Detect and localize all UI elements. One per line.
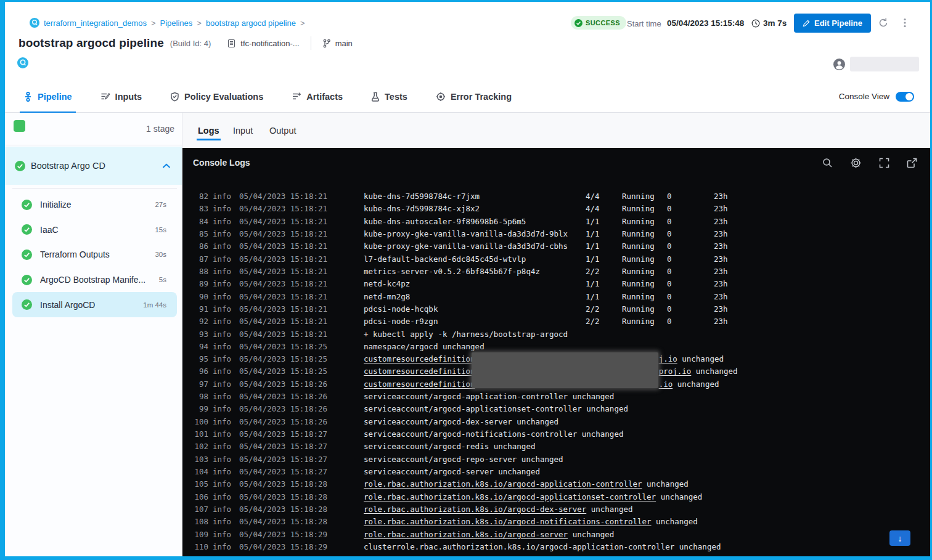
- stage-panel: 1 stage Bootstrap Argo CD Initialize 27s…: [5, 113, 182, 556]
- log-line: 102info05/04/2023 15:18:27serviceaccount…: [182, 440, 930, 453]
- success-check-icon: [22, 299, 32, 310]
- error-tracking-icon: [436, 92, 446, 102]
- branch-meta[interactable]: main: [322, 39, 353, 48]
- tab-tests[interactable]: Tests: [370, 81, 409, 112]
- stage-status-square: [14, 120, 25, 132]
- divider: [311, 36, 311, 50]
- step-duration: 15s: [155, 226, 166, 233]
- title-row: bootstrap argocd pipeline (Build Id: 4) …: [18, 36, 353, 50]
- step-duration: 30s: [155, 251, 166, 258]
- shield-check-icon: [170, 92, 179, 102]
- log-line: 92info05/04/2023 15:18:212/2Running023hp…: [182, 315, 930, 328]
- inputs-icon: [100, 92, 110, 101]
- step-argocd-bootstrap-manifest[interactable]: ArgoCD Bootstrap Manife... 5s: [12, 267, 177, 293]
- log-line: 87info05/04/2023 15:18:211/1Running023hl…: [182, 253, 930, 266]
- ci-module-icon[interactable]: [17, 57, 28, 68]
- step-install-argocd[interactable]: Install ArgoCD 1m 44s: [12, 292, 177, 317]
- log-line: 99info05/04/2023 15:18:26serviceaccount/…: [182, 403, 930, 415]
- tab-logs[interactable]: Logs: [198, 126, 219, 136]
- log-line: 105info05/04/2023 15:18:28role.rbac.auth…: [182, 478, 930, 490]
- repo-meta[interactable]: tfc-notification-...: [227, 39, 299, 48]
- breadcrumb: terraform_integration_demos > Pipelines …: [30, 18, 305, 28]
- branch-name: main: [335, 39, 353, 48]
- console-logs-panel: Console Logs 82info05/04/2023 15:18:214/…: [182, 148, 930, 556]
- user-avatar-icon[interactable]: [833, 59, 845, 70]
- console-view-label: Console View: [839, 92, 889, 101]
- pencil-icon: [803, 20, 810, 27]
- username-redacted: [850, 57, 919, 71]
- breadcrumb-separator: >: [151, 18, 156, 28]
- logs-tab-strip: Logs Input Output: [182, 113, 930, 148]
- app-window: terraform_integration_demos > Pipelines …: [0, 0, 932, 560]
- pipeline-icon: [23, 92, 33, 102]
- log-line: 83info05/04/2023 15:18:214/4Running023hk…: [182, 203, 930, 215]
- log-line: 110info05/04/2023 15:18:29clusterrole.rb…: [182, 541, 930, 553]
- log-line: 85info05/04/2023 15:18:211/1Running023hk…: [182, 228, 930, 240]
- log-line: 82info05/04/2023 15:18:214/4Running023hk…: [182, 190, 930, 203]
- stage-count: 1 stage: [146, 124, 174, 134]
- log-line: 103info05/04/2023 15:18:27serviceaccount…: [182, 453, 930, 466]
- success-check-icon: [22, 250, 32, 260]
- tab-pipeline[interactable]: Pipeline: [22, 81, 73, 112]
- step-duration: 27s: [155, 201, 166, 208]
- breadcrumb-pipeline[interactable]: bootstrap argocd pipeline: [206, 18, 296, 28]
- log-line: 104info05/04/2023 15:18:27serviceaccount…: [182, 466, 930, 478]
- user-area: [833, 57, 919, 71]
- log-line: 93info05/04/2023 15:18:21+ kubectl apply…: [182, 328, 930, 341]
- git-branch-icon: [322, 39, 331, 48]
- status-badge: SUCCESS: [571, 16, 626, 30]
- tab-policy-evaluations[interactable]: Policy Evaluations: [169, 81, 264, 112]
- success-check-icon: [574, 19, 582, 27]
- success-check-icon: [22, 275, 32, 285]
- log-line: 94info05/04/2023 15:18:25namespace/argoc…: [182, 341, 930, 353]
- tab-output[interactable]: Output: [269, 126, 296, 136]
- success-check-icon: [15, 161, 25, 171]
- more-options-icon: [900, 17, 910, 28]
- stage-name: Bootstrap Argo CD: [31, 161, 105, 171]
- clock-icon: [751, 19, 760, 28]
- log-line: 89info05/04/2023 15:18:211/1Running023hn…: [182, 278, 930, 290]
- step-duration: 5s: [159, 276, 166, 283]
- log-line: 107info05/04/2023 15:18:28role.rbac.auth…: [182, 503, 930, 516]
- repo-name: tfc-notification-...: [240, 39, 299, 48]
- step-duration: 1m 44s: [143, 301, 166, 309]
- start-time-label: Start time: [627, 19, 661, 28]
- log-line: 98info05/04/2023 15:18:26serviceaccount/…: [182, 391, 930, 403]
- refresh-button[interactable]: [877, 16, 890, 30]
- flask-icon: [371, 92, 380, 102]
- stage-header: 1 stage: [5, 113, 182, 145]
- more-options-button[interactable]: [899, 16, 911, 30]
- step-iaac[interactable]: IaaC 15s: [12, 217, 177, 243]
- build-id: (Build Id: 4): [170, 39, 211, 48]
- success-check-icon: [22, 224, 32, 235]
- tab-inputs[interactable]: Inputs: [99, 81, 144, 112]
- step-initialize[interactable]: Initialize 27s: [12, 192, 177, 217]
- log-line: 109info05/04/2023 15:18:29role.rbac.auth…: [182, 529, 930, 541]
- tab-input[interactable]: Input: [233, 126, 253, 136]
- breadcrumb-separator: >: [300, 18, 305, 28]
- repository-icon: [227, 39, 236, 48]
- breadcrumb-pipelines[interactable]: Pipelines: [160, 18, 193, 28]
- divider: [12, 188, 177, 189]
- edit-pipeline-button[interactable]: Edit Pipeline: [794, 14, 871, 33]
- scroll-to-bottom-button[interactable]: ↓: [889, 530, 910, 546]
- artifacts-icon: [292, 92, 301, 101]
- tab-error-tracking[interactable]: Error Tracking: [435, 81, 513, 112]
- breadcrumb-project[interactable]: terraform_integration_demos: [44, 18, 147, 28]
- step-terraform-outputs[interactable]: Terraform Outputs 30s: [12, 242, 177, 267]
- log-line: 106info05/04/2023 15:18:28role.rbac.auth…: [182, 491, 930, 503]
- chevron-up-icon[interactable]: [162, 163, 171, 169]
- tab-artifacts[interactable]: Artifacts: [290, 81, 344, 112]
- success-check-icon: [22, 200, 32, 210]
- console-view-toggle[interactable]: [896, 92, 914, 102]
- redacted-region: [472, 352, 658, 388]
- breadcrumb-separator: >: [197, 18, 202, 28]
- duration: 3m 7s: [751, 18, 787, 28]
- harness-module-icon: [30, 18, 39, 28]
- main-tabbar: Pipeline Inputs Policy Evaluations Artif…: [5, 81, 930, 113]
- log-line: 90info05/04/2023 15:18:211/1Running023hn…: [182, 291, 930, 303]
- log-line: 91info05/04/2023 15:18:212/2Running023hp…: [182, 303, 930, 315]
- stage-group-bootstrap-argo-cd[interactable]: Bootstrap Argo CD: [5, 147, 182, 185]
- log-line: 101info05/04/2023 15:18:27serviceaccount…: [182, 428, 930, 440]
- refresh-icon: [878, 17, 889, 28]
